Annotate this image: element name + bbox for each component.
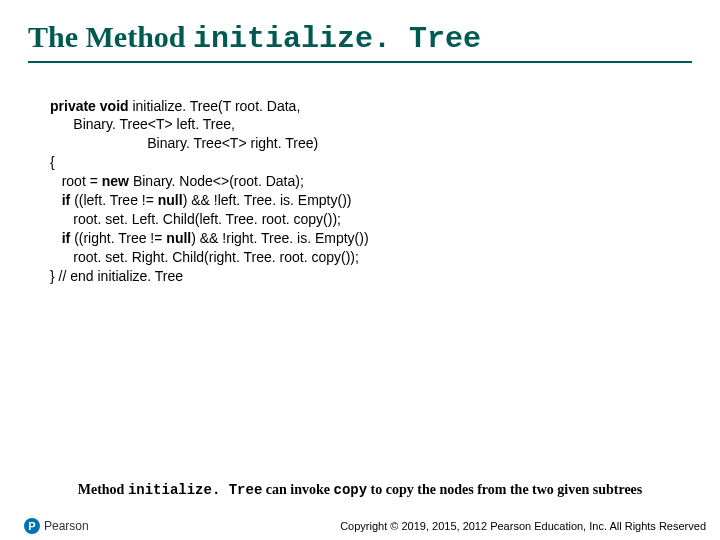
code-text: Binary. Node<>(root. Data);: [133, 173, 304, 189]
code-kw: new: [102, 173, 133, 189]
caption-mono: copy: [333, 482, 367, 498]
caption-text: can invoke: [262, 482, 333, 497]
slide-title: The Method initialize. Tree: [28, 18, 692, 59]
code-text: ) && !left. Tree. is. Empty()): [183, 192, 352, 208]
title-underline: [28, 61, 692, 63]
caption-area: Method initialize. Tree can invoke copy …: [0, 480, 720, 498]
code-text: ((right. Tree !=: [74, 230, 166, 246]
code-text: root. set. Left. Child(left. Tree. root.…: [73, 211, 341, 227]
code-kw: null: [166, 230, 191, 246]
code-text: Binary. Tree<T> right. Tree): [147, 135, 318, 151]
caption-text: to copy the nodes from the two given sub…: [367, 482, 642, 497]
code-text: Binary. Tree<T> left. Tree,: [73, 116, 235, 132]
code-text: } // end initialize. Tree: [50, 268, 183, 284]
code-kw: private void: [50, 98, 132, 114]
caption-mono: initialize. Tree: [128, 482, 262, 498]
code-kw: if: [62, 192, 74, 208]
copyright-text: Copyright © 2019, 2015, 2012 Pearson Edu…: [340, 520, 706, 532]
publisher-name: Pearson: [44, 519, 89, 533]
caption: Method initialize. Tree can invoke copy …: [78, 482, 643, 497]
code-text: ((left. Tree !=: [74, 192, 158, 208]
code-text: {: [50, 154, 55, 170]
code-text: initialize. Tree(T root. Data,: [132, 98, 300, 114]
code-block: private void initialize. Tree(T root. Da…: [50, 97, 692, 286]
code-text: ) && !right. Tree. is. Empty()): [191, 230, 368, 246]
caption-text: Method: [78, 482, 128, 497]
title-prefix: The Method: [28, 20, 193, 53]
slide: The Method initialize. Tree private void…: [0, 0, 720, 540]
publisher-logo: P Pearson: [24, 518, 89, 534]
code-kw: if: [62, 230, 74, 246]
footer: P Pearson Copyright © 2019, 2015, 2012 P…: [0, 518, 720, 534]
code-text: root =: [62, 173, 102, 189]
title-mono: initialize. Tree: [193, 22, 481, 56]
code-kw: null: [158, 192, 183, 208]
code-text: root. set. Right. Child(right. Tree. roo…: [73, 249, 359, 265]
pearson-icon: P: [24, 518, 40, 534]
